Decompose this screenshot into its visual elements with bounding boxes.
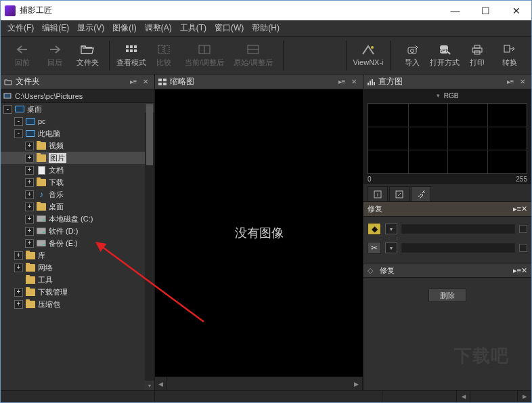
- minimize-button[interactable]: —: [440, 1, 470, 20]
- path-bar[interactable]: C:\Users\pc\Pictures: [1, 89, 154, 103]
- tree-item[interactable]: +桌面: [1, 200, 154, 213]
- menu-adjust[interactable]: 调整(A): [141, 21, 176, 35]
- tree-expander[interactable]: +: [25, 142, 34, 150]
- section-menu-button[interactable]: ▸≡: [513, 205, 521, 213]
- fix-section-header[interactable]: 修复 ▸≡ ✕: [363, 202, 531, 217]
- orig-after-button[interactable]: 原始/调整后: [229, 39, 278, 72]
- scroll-right-button[interactable]: ▶: [351, 377, 363, 390]
- scroll-track[interactable]: [167, 377, 351, 390]
- menu-file[interactable]: 文件(F): [3, 21, 38, 35]
- viewnx-button[interactable]: ViewNX-i: [352, 39, 384, 72]
- svg-rect-28: [372, 79, 373, 85]
- open-with-button[interactable]: APP 打开方式: [428, 39, 461, 72]
- menu-tools[interactable]: 工具(T): [176, 21, 210, 35]
- tree-item[interactable]: +库: [1, 249, 154, 261]
- svg-rect-22: [158, 79, 162, 81]
- scrollbar-thumb[interactable]: [146, 104, 153, 165]
- svg-rect-6: [158, 45, 163, 54]
- tree-expander[interactable]: +: [25, 178, 34, 187]
- folder-tree[interactable]: -桌面-pc-此电脑+视频+图片+文档+下载+♪音乐+桌面+本地磁盘 (C:)+…: [1, 103, 154, 390]
- panel-menu-button[interactable]: ▸≡: [127, 76, 139, 88]
- import-icon: [405, 43, 419, 56]
- section-close-button[interactable]: ✕: [521, 205, 527, 213]
- tree-item-icon: [36, 238, 47, 248]
- tree-item[interactable]: -pc: [1, 115, 154, 127]
- menu-view[interactable]: 显示(V): [73, 21, 108, 35]
- heal-tool-dropdown[interactable]: ▾: [385, 224, 397, 234]
- menu-window[interactable]: 窗口(W): [210, 21, 248, 35]
- tree-expander[interactable]: -: [3, 105, 12, 114]
- tree-item-icon: [25, 251, 36, 260]
- tree-item-label: 软件 (D:): [49, 226, 78, 236]
- tree-expander[interactable]: +: [25, 166, 34, 175]
- tree-expander[interactable]: +: [14, 251, 23, 260]
- tree-expander[interactable]: +: [25, 154, 34, 163]
- convert-button[interactable]: 转换: [493, 39, 526, 72]
- tree-item[interactable]: +文档: [1, 164, 154, 176]
- tree-item[interactable]: +软件 (D:): [1, 225, 154, 237]
- tree-item[interactable]: +网络: [1, 261, 154, 274]
- tree-expander[interactable]: +: [14, 300, 23, 309]
- section-menu-button[interactable]: ▸≡: [513, 266, 521, 275]
- svg-point-12: [371, 46, 374, 49]
- maximize-button[interactable]: ☐: [470, 1, 501, 20]
- tab-retouch[interactable]: [411, 186, 431, 201]
- tab-edit[interactable]: [389, 186, 409, 201]
- crop-tool-dropdown[interactable]: ▾: [385, 242, 397, 253]
- fix-section-header-2[interactable]: ◇ 修复 ▸≡ ✕: [363, 263, 531, 278]
- tree-item[interactable]: +下载: [1, 176, 154, 188]
- tree-expander[interactable]: -: [14, 129, 23, 138]
- scroll-left-button[interactable]: ◀: [155, 377, 167, 390]
- viewmode-button[interactable]: 查看模式: [115, 39, 148, 72]
- delete-button[interactable]: 删除: [428, 289, 466, 302]
- heal-tool-icon[interactable]: ◆: [368, 223, 381, 235]
- tree-item[interactable]: +♪音乐: [1, 188, 154, 200]
- heal-tool-slider[interactable]: [401, 224, 515, 234]
- tree-item[interactable]: -桌面: [1, 103, 154, 115]
- close-button[interactable]: ✕: [501, 1, 531, 20]
- tree-expander[interactable]: +: [14, 288, 23, 297]
- tree-expander[interactable]: +: [14, 263, 23, 272]
- scroll-down-button[interactable]: ▼: [145, 381, 154, 390]
- before-after-button[interactable]: 当前/调整后: [180, 39, 229, 72]
- tree-item[interactable]: +压缩包: [1, 298, 154, 310]
- tree-expander[interactable]: -: [14, 117, 23, 126]
- tree-item[interactable]: +本地磁盘 (C:): [1, 213, 154, 225]
- tree-item[interactable]: +下载管理: [1, 286, 154, 298]
- menu-image[interactable]: 图像(I): [108, 21, 140, 35]
- tree-item-label: 音乐: [49, 190, 64, 200]
- tree-item[interactable]: +视频: [1, 140, 154, 152]
- panel-close-button[interactable]: ✕: [139, 76, 152, 88]
- tree-expander[interactable]: +: [25, 215, 34, 224]
- panel-menu-button[interactable]: ▸≡: [336, 76, 348, 88]
- crop-tool-slider[interactable]: [401, 243, 515, 253]
- nav-forward-button[interactable]: 回后: [39, 39, 71, 72]
- tree-item[interactable]: -此电脑: [1, 127, 154, 140]
- menu-edit[interactable]: 编辑(E): [38, 21, 73, 35]
- crop-tool-checkbox[interactable]: [519, 244, 527, 252]
- import-button[interactable]: 导入: [396, 39, 428, 72]
- tree-expander[interactable]: +: [25, 203, 34, 211]
- tree-expander[interactable]: +: [25, 239, 34, 248]
- menu-help[interactable]: 帮助(H): [248, 21, 284, 35]
- heal-tool-checkbox[interactable]: [519, 225, 527, 233]
- tab-info[interactable]: i: [368, 186, 388, 201]
- tree-item-label: 桌面: [49, 202, 64, 212]
- crop-tool-icon[interactable]: ✂: [368, 242, 381, 254]
- tree-item[interactable]: 工具: [1, 274, 154, 286]
- tree-expander[interactable]: +: [25, 190, 34, 199]
- nav-back-button[interactable]: 回前: [6, 39, 39, 72]
- panel-close-button[interactable]: ✕: [516, 76, 529, 88]
- tree-item[interactable]: +备份 (E:): [1, 237, 154, 249]
- tree-expander[interactable]: +: [25, 227, 34, 236]
- print-button[interactable]: 打印: [461, 39, 493, 72]
- panel-menu-button[interactable]: ▸≡: [504, 76, 516, 88]
- folder-open-button[interactable]: 文件夹: [71, 39, 104, 72]
- channel-selector[interactable]: ▾RGB: [363, 89, 531, 102]
- axis-max: 255: [516, 175, 527, 183]
- compare-button[interactable]: 比较: [148, 39, 180, 72]
- panel-close-button[interactable]: ✕: [348, 76, 360, 88]
- section-close-button[interactable]: ✕: [521, 266, 527, 275]
- tree-scrollbar[interactable]: ▲ ▼: [145, 103, 154, 390]
- tree-item[interactable]: +图片: [1, 152, 154, 164]
